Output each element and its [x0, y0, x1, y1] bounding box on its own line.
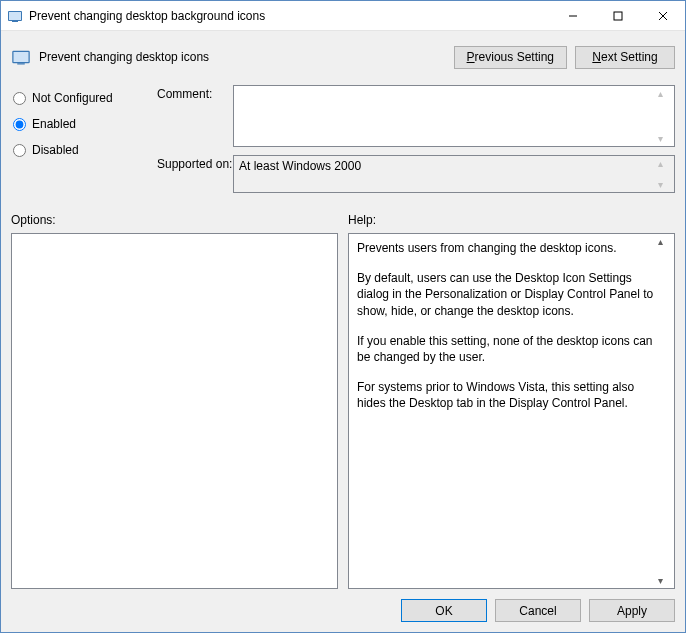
dialog-footer: OK Cancel Apply [11, 589, 675, 622]
previous-setting-button[interactable]: Previous Setting [454, 46, 567, 69]
supported-label: Supported on: [157, 155, 227, 193]
scroll-down-icon: ▾ [658, 133, 672, 144]
help-paragraph: By default, users can use the Desktop Ic… [357, 270, 656, 319]
radio-label: Disabled [32, 143, 79, 157]
titlebar[interactable]: Prevent changing desktop background icon… [1, 1, 685, 31]
svg-rect-4 [614, 12, 622, 20]
svg-rect-9 [17, 63, 25, 64]
scroll-up-icon: ▴ [658, 88, 672, 99]
comment-text [234, 86, 674, 146]
help-label: Help: [348, 213, 675, 227]
comment-field[interactable]: ▴ ▾ [233, 85, 675, 147]
scroll-down-icon: ▾ [658, 179, 672, 190]
radio-disabled[interactable]: Disabled [11, 137, 151, 163]
radio-disabled-input[interactable] [13, 144, 26, 157]
scroll-up-icon: ▴ [658, 236, 672, 247]
state-radios: Not Configured Enabled Disabled [11, 85, 151, 201]
help-box[interactable]: ▴ ▾ Prevents users from changing the des… [348, 233, 675, 589]
help-paragraph: If you enable this setting, none of the … [357, 333, 656, 365]
apply-button[interactable]: Apply [589, 599, 675, 622]
radio-not-configured[interactable]: Not Configured [11, 85, 151, 111]
supported-field: At least Windows 2000 ▴ ▾ [233, 155, 675, 193]
scroll-up-icon: ▴ [658, 158, 672, 169]
next-setting-button[interactable]: Next Setting [575, 46, 675, 69]
dialog-window: Prevent changing desktop background icon… [0, 0, 686, 633]
comment-label: Comment: [157, 85, 227, 147]
scroll-down-icon: ▾ [658, 575, 672, 586]
close-button[interactable] [640, 1, 685, 30]
help-column: Help: ▴ ▾ Prevents users from changing t… [348, 213, 675, 589]
options-column: Options: [11, 213, 338, 589]
svg-rect-2 [12, 21, 18, 22]
help-paragraph: Prevents users from changing the desktop… [357, 240, 656, 256]
policy-title: Prevent changing desktop icons [39, 50, 446, 64]
settings-grid: Not Configured Enabled Disabled Comment:… [11, 85, 675, 201]
dialog-body: Prevent changing desktop icons Previous … [1, 31, 685, 632]
policy-icon [11, 47, 31, 67]
radio-enabled-input[interactable] [13, 118, 26, 131]
options-label: Options: [11, 213, 338, 227]
maximize-button[interactable] [595, 1, 640, 30]
panels: Options: Help: ▴ ▾ Prevents users from c… [11, 213, 675, 589]
cancel-button[interactable]: Cancel [495, 599, 581, 622]
ok-button[interactable]: OK [401, 599, 487, 622]
svg-rect-8 [14, 52, 29, 62]
supported-text: At least Windows 2000 [234, 156, 674, 192]
radio-label: Enabled [32, 117, 76, 131]
radio-enabled[interactable]: Enabled [11, 111, 151, 137]
header-row: Prevent changing desktop icons Previous … [11, 37, 675, 77]
options-box[interactable] [11, 233, 338, 589]
window-title: Prevent changing desktop background icon… [29, 9, 550, 23]
policy-icon [7, 8, 23, 24]
radio-label: Not Configured [32, 91, 113, 105]
svg-rect-1 [9, 12, 21, 20]
radio-not-configured-input[interactable] [13, 92, 26, 105]
minimize-button[interactable] [550, 1, 595, 30]
help-paragraph: For systems prior to Windows Vista, this… [357, 379, 656, 411]
